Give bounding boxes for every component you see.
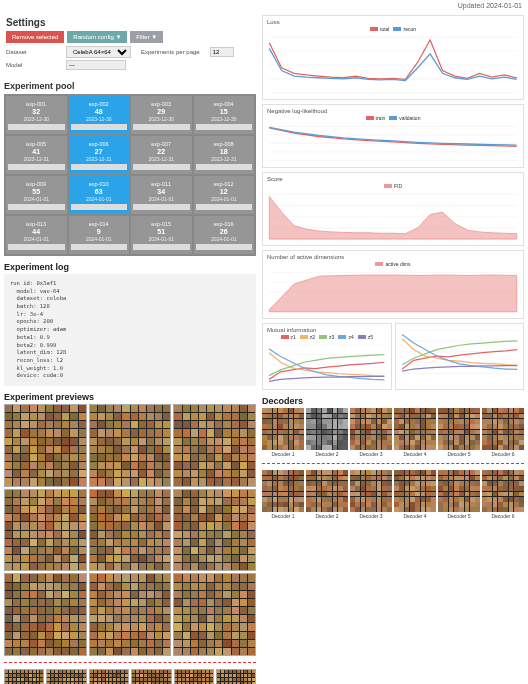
decoders-panel: Decoders Decoder 1Decoder 2Decoder 3Deco… <box>262 394 524 457</box>
experiment-card[interactable]: exp-005412023-12-31 <box>6 136 67 174</box>
card-value: 22 <box>133 148 190 155</box>
card-value: 15 <box>196 108 253 115</box>
score-chart: Score FID <box>262 172 524 246</box>
thumb-grid[interactable] <box>4 669 44 684</box>
decoder-block[interactable]: Decoder 5 <box>438 470 480 519</box>
mwl-chart-2 <box>395 323 525 390</box>
page-input[interactable] <box>210 47 234 57</box>
decoder-block[interactable]: Decoder 3 <box>350 470 392 519</box>
experiment-card[interactable]: exp-002482023-12-30 <box>69 96 130 134</box>
decoders-title: Decoders <box>262 394 524 408</box>
dataset-select[interactable]: CelebA 64×64 <box>66 46 131 58</box>
decoder-label: Decoder 1 <box>262 513 304 519</box>
experiment-card[interactable]: exp-009552024-01-01 <box>6 176 67 214</box>
thumb-grid[interactable] <box>4 404 87 487</box>
experiment-card[interactable]: exp-01492024-01-01 <box>69 216 130 254</box>
preview-thumbs-row2 <box>4 669 256 684</box>
nll-chart-title: Negative log-likelihood <box>267 108 327 114</box>
thumb-grid[interactable] <box>89 404 172 487</box>
card-date: 2023-12-31 <box>196 156 253 162</box>
card-value: 51 <box>133 228 190 235</box>
card-statbar <box>71 204 128 210</box>
loss-legend: totalrecon <box>265 26 521 32</box>
decoder-label: Decoder 4 <box>394 451 436 457</box>
thumb-grid[interactable] <box>89 669 129 684</box>
thumb-grid[interactable] <box>173 489 256 572</box>
dataset-label: Dataset <box>6 49 56 55</box>
card-name: exp-005 <box>8 141 65 147</box>
legend-item: z3 <box>319 334 334 340</box>
thumb-grid[interactable] <box>89 573 172 656</box>
decoder-label: Decoder 1 <box>262 451 304 457</box>
thumb-grid[interactable] <box>46 669 86 684</box>
previews-title: Experiment previews <box>4 390 256 404</box>
experiment-card[interactable]: exp-003292023-12-30 <box>131 96 192 134</box>
loss-chart-title: Loss <box>267 19 280 25</box>
decoder-block[interactable]: Decoder 5 <box>438 408 480 457</box>
decoder-block[interactable]: Decoder 2 <box>306 470 348 519</box>
card-statbar <box>133 204 190 210</box>
experiment-card[interactable]: exp-015512024-01-01 <box>131 216 192 254</box>
card-value: 34 <box>133 188 190 195</box>
decoder-label: Decoder 3 <box>350 513 392 519</box>
card-name: exp-015 <box>133 221 190 227</box>
decoder-block[interactable]: Decoder 2 <box>306 408 348 457</box>
decoder-block[interactable]: Decoder 4 <box>394 470 436 519</box>
decoder-row-2: Decoder 1Decoder 2Decoder 3Decoder 4Deco… <box>262 470 524 519</box>
card-value: 18 <box>196 148 253 155</box>
legend-item: recon <box>393 26 416 32</box>
mwl2-svg <box>398 326 522 377</box>
decoder-label: Decoder 5 <box>438 451 480 457</box>
experiment-card[interactable]: exp-012122024-01-01 <box>194 176 255 214</box>
thumb-grid[interactable] <box>173 573 256 656</box>
card-statbar <box>71 164 128 170</box>
experiment-card[interactable]: exp-010632024-01-01 <box>69 176 130 214</box>
experiment-grid: exp-001322023-12-30exp-002482023-12-30ex… <box>4 94 256 256</box>
decoder-block[interactable]: Decoder 3 <box>350 408 392 457</box>
card-name: exp-003 <box>133 101 190 107</box>
remove-selected-button[interactable]: Remove selected <box>6 31 64 43</box>
settings-buttons: Remove selected Random config ▼ Filter ▼ <box>6 31 254 43</box>
card-date: 2023-12-30 <box>133 116 190 122</box>
mwl-legend: z1z2z3z4z5 <box>265 334 389 340</box>
thumb-grid[interactable] <box>4 573 87 656</box>
legend-item: validation <box>389 115 420 121</box>
thumb-grid[interactable] <box>89 489 172 572</box>
ndp-legend: active dims <box>265 261 521 267</box>
thumb-grid[interactable] <box>216 669 256 684</box>
left-column: Settings Remove selected Random config ▼… <box>4 15 256 684</box>
card-value: 9 <box>71 228 128 235</box>
thumb-grid[interactable] <box>4 489 87 572</box>
card-name: exp-009 <box>8 181 65 187</box>
experiment-card[interactable]: exp-011342024-01-01 <box>131 176 192 214</box>
decoder-block[interactable]: Decoder 1 <box>262 408 304 457</box>
experiment-card[interactable]: exp-007222023-12-31 <box>131 136 192 174</box>
experiment-card[interactable]: exp-001322023-12-30 <box>6 96 67 134</box>
decoder-block[interactable]: Decoder 6 <box>482 470 524 519</box>
random-config-button[interactable]: Random config ▼ <box>67 31 127 43</box>
model-label: Model <box>6 62 56 68</box>
mwl-svg <box>265 341 389 387</box>
card-statbar <box>8 164 65 170</box>
thumb-grid[interactable] <box>131 669 171 684</box>
card-date: 2023-12-31 <box>8 156 65 162</box>
page-label: Experiments per page <box>141 49 200 55</box>
experiment-card[interactable]: exp-004152023-12-30 <box>194 96 255 134</box>
thumb-grid[interactable] <box>173 404 256 487</box>
nll-legend: trainvalidation <box>265 115 521 121</box>
legend-item: total <box>370 26 389 32</box>
filter-button[interactable]: Filter ▼ <box>130 31 163 43</box>
experiment-card[interactable]: exp-008182023-12-31 <box>194 136 255 174</box>
experiment-card[interactable]: exp-016262024-01-01 <box>194 216 255 254</box>
experiment-card[interactable]: exp-006272023-12-31 <box>69 136 130 174</box>
decoder-block[interactable]: Decoder 6 <box>482 408 524 457</box>
decoder-block[interactable]: Decoder 1 <box>262 470 304 519</box>
card-statbar <box>133 244 190 250</box>
model-input[interactable] <box>66 60 126 70</box>
score-svg <box>265 190 521 243</box>
experiment-card[interactable]: exp-013442024-01-01 <box>6 216 67 254</box>
card-name: exp-004 <box>196 101 253 107</box>
decoder-block[interactable]: Decoder 4 <box>394 408 436 457</box>
decoder-label: Decoder 3 <box>350 451 392 457</box>
thumb-grid[interactable] <box>174 669 214 684</box>
